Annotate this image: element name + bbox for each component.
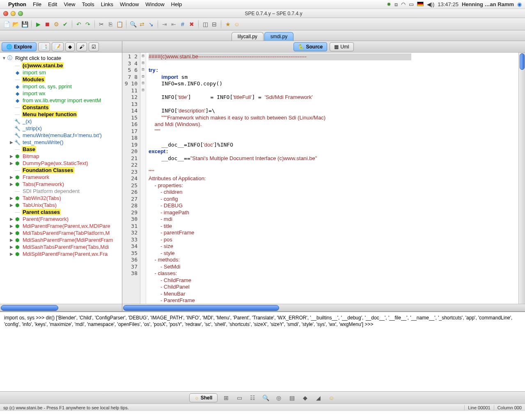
find-bottom-icon[interactable]: 🔍	[261, 393, 270, 402]
minimize-window-button[interactable]	[11, 11, 16, 16]
volume-icon[interactable]: ◀))	[427, 1, 435, 7]
new-icon[interactable]: 📄	[2, 20, 11, 28]
tree-item[interactable]: ▶⬢MdiParentFrame(Parent,wx.MDIPare	[0, 223, 122, 230]
tree-item[interactable]: —Constants	[0, 104, 122, 111]
uncomment-icon[interactable]: ✖	[188, 20, 196, 28]
tree-item[interactable]: —(c)www.stani.be	[0, 62, 122, 69]
tree-item[interactable]: ▶⬢DummyPage(wx.StaticText)	[0, 160, 122, 167]
bookmark-icon[interactable]: ★	[224, 20, 232, 28]
menu-window2[interactable]: Window	[145, 1, 164, 7]
tree-item[interactable]: —Foundation Classes	[0, 167, 122, 174]
output-icon[interactable]: ☷	[248, 393, 257, 402]
clock[interactable]: 13:47:25	[438, 1, 459, 7]
indent-icon[interactable]: ⇥	[160, 20, 169, 28]
tree-item[interactable]: —Base	[0, 146, 122, 153]
check-icon[interactable]: ✔	[61, 20, 69, 28]
tree-item[interactable]: —Modules	[0, 76, 122, 83]
tree-item[interactable]: ◆from wx.lib.evtmgr import eventM	[0, 97, 122, 104]
tree-item[interactable]: ▶🔧test_menuWrite()	[0, 139, 122, 146]
tree-item[interactable]: ▶⬢Parent(Framework)	[0, 216, 122, 223]
index-tab[interactable]: 📑	[38, 42, 50, 51]
blender-icon[interactable]: ☺	[327, 393, 336, 402]
shell-button[interactable]: ☼Shell	[189, 393, 218, 402]
spotlight-icon[interactable]: ◉	[517, 1, 522, 7]
debug-icon[interactable]: ⚙	[52, 20, 60, 28]
fold-gutter[interactable]: ⊟ ⊟ ⊟ ⊟ ⊟ ⊟	[140, 53, 146, 304]
tree-item[interactable]: ◆import wx	[0, 90, 122, 97]
tree-item[interactable]: ▶⬢MdiSplitParentFrame(Parent,wx.Fra	[0, 250, 122, 257]
flag-icon[interactable]	[417, 1, 424, 7]
tree-item[interactable]: 🔧_strip(x)	[0, 125, 122, 132]
tree-item[interactable]: ▶⬢Framework	[0, 174, 122, 181]
recent-icon[interactable]: ▤	[287, 393, 296, 402]
menu-links[interactable]: Links	[101, 1, 113, 7]
outline-tree[interactable]: ▼ⓘ Right click to locate —(c)www.stani.b…	[0, 53, 122, 304]
find-icon[interactable]: 🔍	[129, 20, 137, 28]
stop-icon[interactable]: ⏹	[43, 20, 51, 28]
check-tab[interactable]: ☑	[89, 42, 99, 51]
redo-icon[interactable]: ↷	[84, 20, 92, 28]
explore-tab[interactable]: 🌐Explore	[2, 42, 37, 51]
undo-icon[interactable]: ↶	[75, 20, 83, 28]
tree-item[interactable]: ◆import os, sys, pprint	[0, 83, 122, 90]
tree-item[interactable]: —Menu helper function	[0, 111, 122, 118]
tree-item[interactable]: ▶⬢TabWin32(Tabs)	[0, 195, 122, 202]
tab-smdi[interactable]: smdi.py	[264, 32, 293, 41]
menu-tools[interactable]: Tools	[82, 1, 94, 7]
split-h-icon[interactable]: ◫	[201, 20, 209, 28]
tree-item[interactable]: ▶⬢Tabs(Framework)	[0, 181, 122, 188]
close-window-button[interactable]	[3, 11, 8, 16]
tree-item[interactable]: ▶⬢Bitmap	[0, 153, 122, 160]
tab-lilycall[interactable]: lilycall.py	[232, 32, 264, 41]
menu-view[interactable]: View	[64, 1, 75, 7]
menu-edit[interactable]: Edit	[48, 1, 57, 7]
todo-bottom-icon[interactable]: ◆	[300, 393, 309, 402]
run-icon[interactable]: ▶	[34, 20, 42, 28]
menu-window1[interactable]: Window	[120, 1, 139, 7]
zoom-window-button[interactable]	[18, 11, 23, 16]
browser-icon[interactable]: ◎	[274, 393, 283, 402]
session-icon[interactable]: ▭	[235, 393, 244, 402]
split-v-icon[interactable]: ⊟	[210, 20, 218, 28]
source-tab[interactable]: 🐍Source	[293, 42, 327, 51]
cut-icon[interactable]: ✂	[97, 20, 105, 28]
copy-icon[interactable]: ⎘	[106, 20, 115, 28]
uml-tab[interactable]: ▦Uml	[330, 42, 353, 51]
tree-item[interactable]: 🔧menuWrite(menuBar,f='menu.txt')	[0, 132, 122, 139]
tree-item[interactable]: —Parent classes	[0, 209, 122, 216]
tree-item[interactable]: ▶⬢MdiSashTabsParentFrame(Tabs,Mdi	[0, 243, 122, 250]
editor-vscroll[interactable]	[518, 53, 525, 304]
dedent-icon[interactable]: ⇤	[170, 20, 178, 28]
menu-file[interactable]: File	[33, 1, 41, 7]
line-gutter[interactable]: 1 2 3 4 5 6 7 8 9 10 11 12 13 14 15 16 1…	[122, 53, 140, 304]
leaf-icon[interactable]: ✸	[387, 1, 391, 7]
python-shell-output[interactable]: import os, sys >>> dir() ['Blender', 'Ch…	[0, 311, 525, 391]
explorer-hscroll[interactable]	[0, 304, 122, 311]
tree-item[interactable]: ▶⬢TabUnix(Tabs)	[0, 202, 122, 209]
wifi-icon[interactable]: ◠	[401, 1, 406, 7]
display-icon[interactable]: ▭	[409, 1, 414, 7]
notes-bottom-icon[interactable]: ◢	[314, 393, 323, 402]
menu-app[interactable]: Python	[8, 1, 26, 7]
locals-icon[interactable]: ⊞	[222, 393, 231, 402]
tree-item[interactable]: —SDI Platform dependent	[0, 188, 122, 195]
menu-help[interactable]: Help	[171, 1, 182, 7]
bluetooth-icon[interactable]: ⧈	[394, 1, 398, 8]
save-icon[interactable]: 💾	[21, 20, 29, 28]
editor-hscroll[interactable]	[122, 304, 525, 311]
todo-tab[interactable]: ◆	[65, 42, 75, 51]
comment-icon[interactable]: #	[179, 20, 187, 28]
code-editor[interactable]: ####(c)www.stani.be---------------------…	[146, 53, 518, 304]
tree-item[interactable]: ▶⬢MdiSashParentFrame(MdiParentFram	[0, 236, 122, 243]
paste-icon[interactable]: 📋	[115, 20, 124, 28]
tree-item[interactable]: ▶⬢MdiTabsParentFrame(TabPlatform,M	[0, 230, 122, 236]
notes-tab[interactable]: 📝	[52, 42, 64, 51]
smile-icon[interactable]: ☺	[233, 20, 241, 28]
replace-icon[interactable]: ⇄	[138, 20, 146, 28]
tree-root[interactable]: ▼ⓘ Right click to locate	[0, 54, 122, 62]
goto-icon[interactable]: ↘	[147, 20, 155, 28]
brush-tab[interactable]: 🖌	[76, 42, 87, 51]
open-icon[interactable]: 📂	[11, 20, 20, 28]
tree-item[interactable]: 🔧_(x)	[0, 118, 122, 125]
username[interactable]: Henning …an Ramm	[462, 1, 514, 7]
